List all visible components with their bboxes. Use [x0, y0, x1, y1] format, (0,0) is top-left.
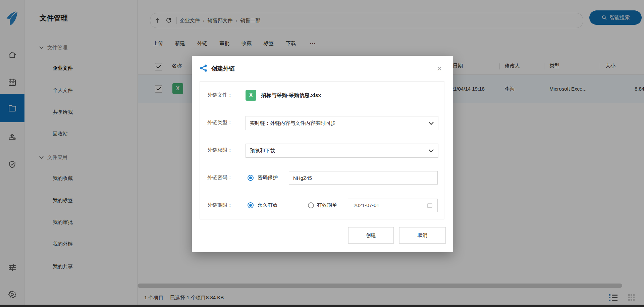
calendar-icon [427, 202, 433, 209]
create-link-dialog: 创建外链 × 外链文件： X 招标与采购-采购信息.xlsx 外链类型： 实时链… [192, 56, 453, 252]
field-label-link-permission: 外链权限： [207, 147, 232, 153]
link-type-select[interactable]: 实时链：外链内容与文件内容实时同步 [246, 116, 438, 130]
cancel-button[interactable]: 取消 [399, 227, 446, 244]
forever-valid-radio[interactable] [248, 202, 254, 208]
link-file-name: 招标与采购-采购信息.xlsx [261, 92, 321, 99]
password-protect-radio[interactable] [248, 175, 254, 181]
chevron-down-icon [429, 149, 434, 153]
expiry-date-field[interactable]: 2021-07-01 [348, 199, 438, 212]
dialog-title: 创建外链 [211, 64, 235, 72]
field-label-link-file: 外链文件： [207, 92, 232, 98]
password-input[interactable] [289, 171, 438, 185]
field-label-link-type: 外链类型： [207, 119, 232, 126]
dialog-form: 外链文件： X 招标与采购-采购信息.xlsx 外链类型： 实时链：外链内容与文… [200, 81, 444, 219]
share-icon [199, 64, 208, 72]
expiry-date-value: 2021-07-01 [348, 199, 437, 212]
field-label-link-password: 外链密码： [207, 174, 232, 181]
field-label-link-expiry: 外链期限： [207, 202, 232, 208]
forever-valid-label: 永久有效 [258, 202, 278, 208]
password-protect-label: 密码保护 [258, 174, 278, 181]
valid-until-radio[interactable] [308, 202, 314, 208]
link-permission-select[interactable]: 预览和下载 [246, 144, 438, 158]
close-icon[interactable]: × [433, 62, 446, 75]
excel-file-icon: X [246, 90, 256, 101]
link-type-value: 实时链：外链内容与文件内容实时同步 [246, 116, 438, 130]
link-permission-value: 预览和下载 [246, 144, 438, 157]
chevron-down-icon [429, 122, 434, 125]
file-manager-app: 文件管理 文件管理 企业文件 个人文件 共享给我 回收站 文件应用 我的收藏 我… [0, 0, 644, 307]
create-button[interactable]: 创建 [348, 227, 394, 244]
valid-until-label: 有效期至 [317, 202, 337, 208]
